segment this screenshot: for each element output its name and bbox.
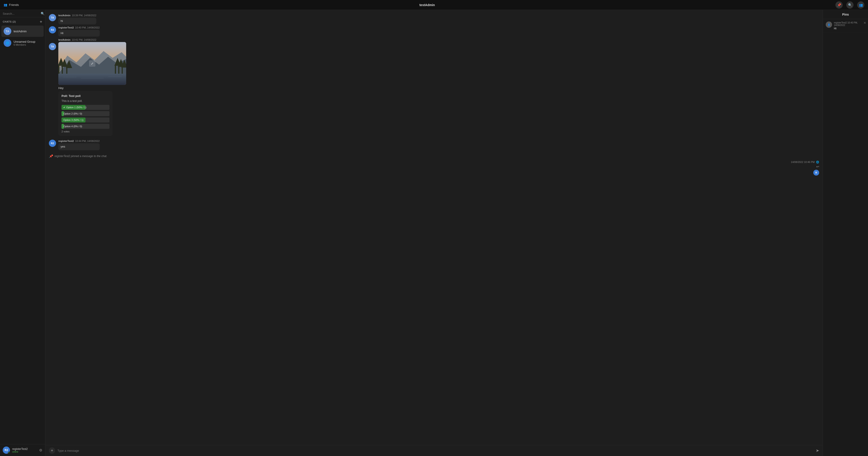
current-user-status: online	[12, 451, 28, 453]
message-meta: testAdmin 10:41 PM, 14/08/2022	[58, 38, 126, 41]
pins-panel: Pins 👤 registerTest2 10:40 PM, 14/08/202…	[823, 10, 868, 456]
message-text: Hey	[58, 86, 126, 90]
message-meta: registerTest2 10:44 PM, 14/08/2022	[58, 140, 100, 142]
people-icon: 👥	[4, 3, 7, 6]
poll-option[interactable]: Option 3 (50% / 1)	[62, 118, 110, 123]
system-message: 📌 registerTest2 pinned a message to the …	[49, 154, 819, 159]
poll-description: This is a test poll.	[62, 99, 110, 103]
attach-button[interactable]: +	[49, 448, 55, 454]
sidebar: 🔍 CHATS (2) + TA testAdmin 🌐 Unnamed Gro…	[0, 10, 45, 456]
sender-name: registerTest2	[58, 140, 74, 142]
globe-icon: 🌐	[816, 161, 819, 164]
avatar: R2	[49, 26, 56, 33]
send-button[interactable]: ➤	[816, 448, 819, 453]
pin-sender: registerTest2	[834, 22, 847, 24]
chats-label: CHATS (2)	[3, 20, 16, 23]
online-indicator	[8, 452, 10, 454]
chat-list: TA testAdmin 🌐 Unnamed Group 6 Members	[0, 25, 45, 444]
search-button[interactable]: 🔍	[846, 1, 854, 8]
chat-sub-unnamedgroup: 6 Members	[13, 43, 41, 46]
settings-icon[interactable]: ⚙	[39, 448, 42, 452]
message-row: R2 registerTest2 10:44 PM, 14/08/2022 ye…	[49, 139, 819, 151]
avatar-unnamedgroup: 🌐	[4, 39, 11, 47]
search-icon: 🔍	[41, 12, 44, 15]
avatar: R2	[49, 140, 56, 147]
pin-meta: registerTest2 10:40 PM, 14/08/2022	[834, 22, 865, 27]
chat-name-testadmin: testAdmin	[13, 30, 41, 33]
own-message-area: 14/08/2022 10:46 PM 🌐 ↩ R	[49, 160, 819, 176]
search-bar: 🔍	[0, 10, 45, 18]
sender-name: testAdmin	[58, 38, 70, 41]
chat-item-testadmin[interactable]: TA testAdmin	[1, 26, 44, 37]
topbar-left: 👥 Friends	[4, 3, 19, 6]
own-message-meta: 14/08/2022 10:46 PM 🌐	[791, 161, 819, 164]
chats-section-header: CHATS (2) +	[0, 18, 45, 25]
message-time: 10:39 PM, 14/08/2022	[72, 14, 96, 17]
topbar: 👥 Friends testAdmin 📌 🔍 👥	[0, 0, 868, 10]
check-icon: ✔	[63, 106, 65, 109]
search-input[interactable]	[3, 12, 41, 15]
message-bubble: hi	[58, 18, 96, 24]
svg-rect-15	[58, 74, 126, 85]
poll-card: Poll: Test poll This is a test poll. ✔ O…	[58, 91, 113, 136]
option-label: Option 1 (50% / 1)	[66, 106, 86, 109]
pin-close-button[interactable]: ✕	[864, 21, 866, 25]
new-chat-button[interactable]: +	[40, 20, 42, 24]
message-meta: testAdmin 10:39 PM, 14/08/2022	[58, 14, 96, 17]
sender-name: testAdmin	[58, 14, 70, 17]
pin-text: Hi	[834, 27, 865, 30]
members-button[interactable]: 👥	[857, 1, 864, 8]
chat-item-unnamedgroup[interactable]: 🌐 Unnamed Group 6 Members	[1, 37, 44, 48]
avatar: TA	[49, 14, 56, 21]
message-input[interactable]	[57, 449, 813, 452]
reaction-badge: R	[813, 170, 819, 175]
message-time: 10:41 PM, 14/08/2022	[72, 38, 96, 41]
pins-header: Pins	[823, 10, 868, 19]
pin-icon: 📌	[49, 154, 53, 158]
avatar-testadmin: TA	[4, 27, 11, 35]
pin-user-icon: 👤	[826, 22, 832, 28]
message-meta: registerTest2 10:40 PM, 14/08/2022	[58, 26, 100, 29]
option-label: Option 4 (0% / 0)	[63, 125, 82, 128]
poll-title: Poll: Test poll	[62, 94, 110, 98]
image-preview: ⤢	[58, 42, 126, 85]
chat-image[interactable]: ⤢	[58, 42, 126, 85]
main-chat: TA testAdmin 10:39 PM, 14/08/2022 hi R2 …	[45, 10, 823, 456]
friends-label[interactable]: Friends	[9, 3, 19, 6]
poll-option[interactable]: Option 2 (0% / 0)	[62, 111, 110, 116]
system-message-text: registerTest2 pinned a message to the ch…	[55, 155, 107, 158]
messages-area: TA testAdmin 10:39 PM, 14/08/2022 hi R2 …	[45, 10, 823, 445]
option-label: Option 3 (50% / 1)	[63, 119, 84, 121]
message-time: 10:40 PM, 14/08/2022	[75, 26, 99, 29]
chat-input-area: + ➤	[45, 445, 823, 456]
sender-name: registerTest2	[58, 26, 74, 29]
own-message-time: 14/08/2022 10:46 PM	[791, 161, 815, 163]
poll-option[interactable]: ✔ Option 1 (50% / 1)	[62, 105, 110, 110]
message-row: R2 registerTest2 10:40 PM, 14/08/2022 Hi	[49, 26, 819, 37]
own-reaction-row: ↩	[816, 164, 819, 169]
message-time: 10:44 PM, 14/08/2022	[75, 140, 99, 142]
topbar-title: testAdmin	[420, 3, 435, 7]
reply-icon[interactable]: ↩	[816, 164, 819, 169]
poll-vote-count: 2 votes	[62, 130, 110, 133]
sidebar-bottom: R2 registerTest2 online ⚙	[0, 444, 45, 456]
current-user-avatar: R2	[3, 447, 10, 454]
avatar: TA	[49, 43, 56, 50]
current-user-name: registerTest2	[12, 448, 28, 451]
option-label: Option 2 (0% / 0)	[63, 112, 82, 115]
message-row: TA testAdmin 10:41 PM, 14/08/2022	[49, 38, 819, 136]
expand-icon[interactable]: ⤢	[89, 60, 95, 67]
chat-name-unnamedgroup: Unnamed Group	[13, 40, 41, 43]
message-bubble: Hi	[58, 30, 100, 37]
pin-item: 👤 registerTest2 10:40 PM, 14/08/2022 Hi …	[823, 19, 868, 33]
message-row: TA testAdmin 10:39 PM, 14/08/2022 hi	[49, 13, 819, 25]
poll-option[interactable]: Option 4 (0% / 0)	[62, 124, 110, 129]
pin-button[interactable]: 📌	[835, 1, 843, 8]
message-bubble: yes	[58, 143, 100, 150]
topbar-right: 📌 🔍 👥	[835, 1, 864, 8]
